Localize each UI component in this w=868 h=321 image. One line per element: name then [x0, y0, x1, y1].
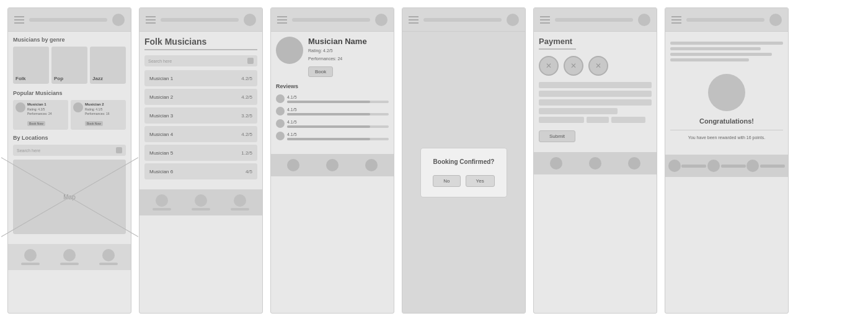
payment-row-item-3[interactable] [611, 117, 645, 123]
genre-cards: Folk Pop Jazz [13, 47, 126, 84]
by-locations-title: By Locations [13, 135, 126, 141]
review-item-1: 4.1/5 [276, 94, 389, 103]
musician-1-name: Musician 1 [27, 102, 66, 106]
review-avatar-3 [276, 119, 285, 128]
booking-no-button[interactable]: No [433, 175, 460, 187]
genre-card-jazz[interactable]: Jazz [90, 47, 126, 84]
detail-hamburger-icon[interactable] [277, 16, 287, 24]
folk-search-bar[interactable]: Search here [144, 55, 257, 66]
payment-row-item-2[interactable] [587, 117, 609, 123]
payment-row [539, 117, 652, 123]
screen-musician-detail: Musician Name Rating: 4.2/5 Performances… [270, 7, 394, 314]
booking-avatar-header[interactable] [507, 14, 519, 26]
review-bar-inner-4 [287, 138, 370, 140]
musician-2-avatar [73, 102, 83, 112]
congrats-line-1 [670, 42, 783, 45]
folk-search-placeholder: Search here [148, 59, 172, 63]
payment-nav-icon-2[interactable] [589, 157, 601, 170]
nav-item-3[interactable] [99, 249, 118, 265]
musician-1-book-btn[interactable]: Book Now [27, 121, 45, 126]
booking-yes-button[interactable]: Yes [466, 175, 495, 187]
payment-submit-button[interactable]: Submit [539, 130, 575, 142]
folk-musician-item-5[interactable]: Musician 5 1.2/5 [144, 145, 257, 161]
musician-card-1[interactable]: Musician 1 Rating: 4.2/5 Performances: 2… [13, 100, 68, 130]
review-bar-outer-3 [287, 125, 389, 128]
folk-musician-item-4[interactable]: Musician 4 4.2/5 [144, 126, 257, 142]
payment-nav-icon-3[interactable] [628, 157, 640, 170]
folk-musician-item-1[interactable]: Musician 1 4.2/5 [144, 70, 257, 86]
payment-icon-2[interactable]: ✕ [564, 56, 583, 76]
payment-icon-1[interactable]: ✕ [539, 56, 559, 76]
payment-field-1[interactable] [539, 82, 652, 88]
review-content-2: 4.1/5 [287, 107, 389, 115]
folk-hamburger-icon[interactable] [146, 16, 156, 24]
review-content-1: 4.1/5 [287, 95, 389, 103]
congrats-nav-label-3 [760, 165, 785, 168]
payment-field-4[interactable] [539, 108, 618, 114]
folk-musician-2-name: Musician 2 [149, 94, 173, 100]
musician-2-name: Musician 2 [85, 102, 123, 106]
locations-search-bar[interactable]: Search here [13, 145, 126, 156]
musician-2-book-btn[interactable]: Book Now [85, 121, 103, 126]
payment-header-line [555, 18, 633, 22]
payment-body: Payment ✕ ✕ ✕ Submit [534, 32, 657, 147]
genre-jazz-label: Jazz [92, 76, 103, 81]
congrats-nav-icon-3[interactable] [746, 160, 759, 172]
review-item-3: 4.1/5 [276, 119, 389, 128]
musician-profile: Musician Name Rating: 4.2/5 Performances… [276, 37, 389, 77]
home-body: Musicians by genre Folk Pop Jazz Popular… [8, 32, 131, 244]
congrats-nav-icon-1[interactable] [668, 160, 681, 172]
congrats-footer [665, 155, 788, 177]
payment-hamburger-icon[interactable] [540, 16, 550, 24]
payment-field-2[interactable] [539, 91, 652, 97]
nav-item-2[interactable] [60, 249, 79, 265]
congrats-nav-icon-2[interactable] [707, 160, 720, 172]
review-content-4: 4.1/5 [287, 132, 389, 140]
folk-footer [140, 189, 262, 215]
payment-icon-3[interactable]: ✕ [588, 56, 608, 76]
avatar[interactable] [112, 14, 125, 26]
detail-header-line [292, 18, 370, 22]
folk-musician-3-name: Musician 3 [149, 113, 173, 119]
payment-row-item-1[interactable] [539, 117, 584, 123]
folk-nav-1[interactable] [153, 194, 171, 210]
musician-profile-performances: Performances: 24 [308, 57, 389, 61]
genre-folk-label: Folk [16, 76, 25, 81]
folk-nav-2[interactable] [192, 194, 210, 210]
musician-1-performances: Performances: 24 [27, 112, 66, 116]
home-header [8, 8, 131, 32]
detail-nav-icon-3[interactable] [365, 159, 378, 171]
folk-avatar[interactable] [244, 14, 256, 26]
header-line [29, 18, 107, 22]
payment-header [534, 8, 657, 32]
folk-musician-item-2[interactable]: Musician 2 4.2/5 [144, 89, 257, 105]
detail-avatar-header[interactable] [375, 14, 388, 26]
genre-card-folk[interactable]: Folk [13, 47, 49, 84]
detail-body: Musician Name Rating: 4.2/5 Performances… [271, 32, 394, 149]
payment-icons: ✕ ✕ ✕ [539, 56, 652, 76]
nav-item-1[interactable] [21, 249, 40, 265]
detail-nav-icon-1[interactable] [287, 159, 299, 171]
folk-header-line [161, 18, 239, 22]
musicians-by-genre-title: Musicians by genre [13, 37, 126, 43]
review-avatar-4 [276, 132, 285, 140]
folk-nav-3[interactable] [231, 194, 249, 210]
congrats-hamburger-icon[interactable] [671, 16, 681, 24]
folk-musician-item-6[interactable]: Musician 6 4/5 [144, 163, 257, 179]
booking-hamburger-icon[interactable] [409, 16, 418, 24]
genre-card-pop[interactable]: Pop [51, 47, 87, 84]
folk-nav-icon-2 [195, 194, 207, 207]
payment-nav-icon-1[interactable] [550, 157, 562, 170]
locations-search-placeholder: Search here [17, 148, 40, 153]
book-button[interactable]: Book [308, 66, 333, 77]
detail-nav-icon-2[interactable] [326, 159, 339, 171]
screen-folk-musicians: Folk Musicians Search here Musician 1 4.… [139, 7, 263, 314]
folk-musician-item-3[interactable]: Musician 3 3.2/5 [144, 107, 257, 124]
folk-nav-icon-3 [234, 194, 246, 207]
hamburger-icon[interactable] [14, 16, 24, 24]
payment-avatar-header[interactable] [638, 14, 650, 26]
payment-field-3[interactable] [539, 99, 652, 106]
musician-profile-info: Musician Name Rating: 4.2/5 Performances… [308, 37, 389, 77]
congrats-avatar-header[interactable] [769, 14, 782, 26]
musician-card-2[interactable]: Musician 2 Rating: 4.1/5 Performances: 1… [71, 100, 126, 130]
